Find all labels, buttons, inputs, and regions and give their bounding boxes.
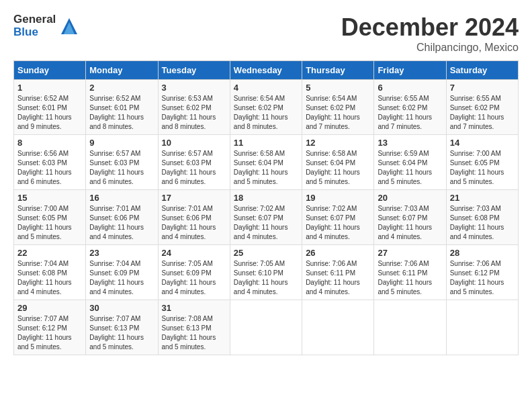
calendar-week-row: 22Sunrise: 7:04 AM Sunset: 6:08 PM Dayli… [14,245,519,300]
day-info: Sunrise: 6:53 AM Sunset: 6:02 PM Dayligh… [162,94,226,132]
day-info: Sunrise: 7:07 AM Sunset: 6:13 PM Dayligh… [89,314,154,352]
day-info: Sunrise: 6:56 AM Sunset: 6:03 PM Dayligh… [17,149,82,187]
day-number: 31 [162,303,226,313]
logo-blue: Blue [13,26,56,39]
calendar-day-cell: 27Sunrise: 7:06 AM Sunset: 6:11 PM Dayli… [374,245,446,300]
day-number: 20 [378,193,442,203]
col-saturday: Saturday [446,61,518,80]
calendar-day-cell: 18Sunrise: 7:02 AM Sunset: 6:07 PM Dayli… [230,190,302,245]
calendar-week-row: 29Sunrise: 7:07 AM Sunset: 6:12 PM Dayli… [14,300,519,355]
day-info: Sunrise: 7:03 AM Sunset: 6:08 PM Dayligh… [450,204,515,242]
day-info: Sunrise: 6:55 AM Sunset: 6:02 PM Dayligh… [450,94,515,132]
day-info: Sunrise: 6:54 AM Sunset: 6:02 PM Dayligh… [306,94,370,132]
day-number: 29 [17,303,82,313]
calendar-day-cell: 6Sunrise: 6:55 AM Sunset: 6:02 PM Daylig… [374,80,446,135]
day-number: 13 [378,138,442,148]
calendar-day-cell: 9Sunrise: 6:57 AM Sunset: 6:03 PM Daylig… [86,135,158,190]
calendar-day-cell: 25Sunrise: 7:05 AM Sunset: 6:10 PM Dayli… [230,245,302,300]
day-number: 16 [89,193,154,203]
day-number: 1 [17,83,82,93]
day-number: 5 [306,83,370,93]
calendar-week-row: 8Sunrise: 6:56 AM Sunset: 6:03 PM Daylig… [14,135,519,190]
day-number: 8 [17,138,82,148]
day-info: Sunrise: 7:00 AM Sunset: 6:05 PM Dayligh… [450,149,515,187]
day-info: Sunrise: 7:05 AM Sunset: 6:10 PM Dayligh… [234,259,298,297]
calendar-day-cell: 26Sunrise: 7:06 AM Sunset: 6:11 PM Dayli… [302,245,374,300]
calendar-day-cell: 8Sunrise: 6:56 AM Sunset: 6:03 PM Daylig… [14,135,86,190]
day-info: Sunrise: 7:04 AM Sunset: 6:08 PM Dayligh… [17,259,82,297]
logo-general: General [13,13,56,26]
calendar-day-cell: 16Sunrise: 7:01 AM Sunset: 6:06 PM Dayli… [86,190,158,245]
day-info: Sunrise: 6:59 AM Sunset: 6:04 PM Dayligh… [378,149,442,187]
day-info: Sunrise: 6:52 AM Sunset: 6:01 PM Dayligh… [89,94,154,132]
calendar-day-cell: 19Sunrise: 7:02 AM Sunset: 6:07 PM Dayli… [302,190,374,245]
day-number: 17 [162,193,226,203]
calendar-day-cell: 2Sunrise: 6:52 AM Sunset: 6:01 PM Daylig… [86,80,158,135]
col-monday: Monday [86,61,158,80]
day-number: 21 [450,193,515,203]
empty-cell [302,300,374,355]
day-info: Sunrise: 6:57 AM Sunset: 6:03 PM Dayligh… [162,149,226,187]
empty-cell [446,300,518,355]
calendar-day-cell: 23Sunrise: 7:04 AM Sunset: 6:09 PM Dayli… [86,245,158,300]
calendar-day-cell: 11Sunrise: 6:58 AM Sunset: 6:04 PM Dayli… [230,135,302,190]
calendar-day-cell: 31Sunrise: 7:08 AM Sunset: 6:13 PM Dayli… [158,300,230,355]
col-friday: Friday [374,61,446,80]
day-number: 23 [89,248,154,258]
location-subtitle: Chilpancingo, Mexico [341,42,519,54]
day-number: 28 [450,248,515,258]
calendar-day-cell: 12Sunrise: 6:58 AM Sunset: 6:04 PM Dayli… [302,135,374,190]
day-number: 30 [89,303,154,313]
col-tuesday: Tuesday [158,61,230,80]
calendar-day-cell: 22Sunrise: 7:04 AM Sunset: 6:08 PM Dayli… [14,245,86,300]
day-number: 19 [306,193,370,203]
calendar-day-cell: 4Sunrise: 6:54 AM Sunset: 6:02 PM Daylig… [230,80,302,135]
calendar-day-cell: 17Sunrise: 7:01 AM Sunset: 6:06 PM Dayli… [158,190,230,245]
day-info: Sunrise: 7:02 AM Sunset: 6:07 PM Dayligh… [306,204,370,242]
calendar-day-cell: 20Sunrise: 7:03 AM Sunset: 6:07 PM Dayli… [374,190,446,245]
day-info: Sunrise: 6:52 AM Sunset: 6:01 PM Dayligh… [17,94,82,132]
day-info: Sunrise: 7:04 AM Sunset: 6:09 PM Dayligh… [89,259,154,297]
day-number: 24 [162,248,226,258]
calendar-week-row: 1Sunrise: 6:52 AM Sunset: 6:01 PM Daylig… [14,80,519,135]
day-number: 11 [234,138,298,148]
empty-cell [230,300,302,355]
day-info: Sunrise: 7:00 AM Sunset: 6:05 PM Dayligh… [17,204,82,242]
col-wednesday: Wednesday [230,61,302,80]
day-info: Sunrise: 7:08 AM Sunset: 6:13 PM Dayligh… [162,314,226,352]
day-info: Sunrise: 7:06 AM Sunset: 6:11 PM Dayligh… [378,259,442,297]
day-info: Sunrise: 7:07 AM Sunset: 6:12 PM Dayligh… [17,314,82,352]
day-info: Sunrise: 6:58 AM Sunset: 6:04 PM Dayligh… [306,149,370,187]
calendar-day-cell: 13Sunrise: 6:59 AM Sunset: 6:04 PM Dayli… [374,135,446,190]
calendar-day-cell: 24Sunrise: 7:05 AM Sunset: 6:09 PM Dayli… [158,245,230,300]
day-info: Sunrise: 7:05 AM Sunset: 6:09 PM Dayligh… [162,259,226,297]
calendar-day-cell: 7Sunrise: 6:55 AM Sunset: 6:02 PM Daylig… [446,80,518,135]
day-number: 15 [17,193,82,203]
day-number: 18 [234,193,298,203]
day-number: 26 [306,248,370,258]
day-info: Sunrise: 7:01 AM Sunset: 6:06 PM Dayligh… [162,204,226,242]
day-info: Sunrise: 7:06 AM Sunset: 6:12 PM Dayligh… [450,259,515,297]
day-number: 7 [450,83,515,93]
day-number: 25 [234,248,298,258]
day-number: 6 [378,83,442,93]
calendar-day-cell: 3Sunrise: 6:53 AM Sunset: 6:02 PM Daylig… [158,80,230,135]
day-number: 12 [306,138,370,148]
calendar-day-cell: 30Sunrise: 7:07 AM Sunset: 6:13 PM Dayli… [86,300,158,355]
calendar-week-row: 15Sunrise: 7:00 AM Sunset: 6:05 PM Dayli… [14,190,519,245]
day-info: Sunrise: 6:57 AM Sunset: 6:03 PM Dayligh… [89,149,154,187]
day-info: Sunrise: 6:58 AM Sunset: 6:04 PM Dayligh… [234,149,298,187]
calendar-day-cell: 1Sunrise: 6:52 AM Sunset: 6:01 PM Daylig… [14,80,86,135]
calendar-table: Sunday Monday Tuesday Wednesday Thursday… [13,60,519,355]
calendar-day-cell: 29Sunrise: 7:07 AM Sunset: 6:12 PM Dayli… [14,300,86,355]
calendar-day-cell: 5Sunrise: 6:54 AM Sunset: 6:02 PM Daylig… [302,80,374,135]
day-info: Sunrise: 7:06 AM Sunset: 6:11 PM Dayligh… [306,259,370,297]
day-info: Sunrise: 6:55 AM Sunset: 6:02 PM Dayligh… [378,94,442,132]
day-info: Sunrise: 7:03 AM Sunset: 6:07 PM Dayligh… [378,204,442,242]
day-info: Sunrise: 6:54 AM Sunset: 6:02 PM Dayligh… [234,94,298,132]
calendar-day-cell: 14Sunrise: 7:00 AM Sunset: 6:05 PM Dayli… [446,135,518,190]
calendar-day-cell: 28Sunrise: 7:06 AM Sunset: 6:12 PM Dayli… [446,245,518,300]
calendar-day-cell: 21Sunrise: 7:03 AM Sunset: 6:08 PM Dayli… [446,190,518,245]
day-number: 9 [89,138,154,148]
logo-icon [58,15,80,37]
